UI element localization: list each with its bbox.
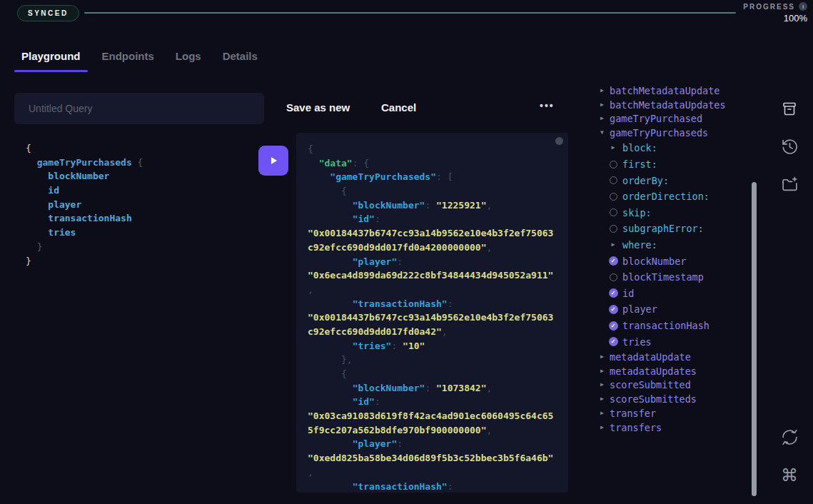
more-options-button[interactable]: ••• (540, 100, 555, 111)
cancel-button[interactable]: Cancel (381, 101, 416, 114)
response-line: "id": (308, 395, 557, 409)
schema-item-first[interactable]: first: (596, 156, 752, 173)
unchecked-circle-icon[interactable] (607, 273, 620, 281)
response-line: , (308, 465, 557, 480)
schema-item-orderBy[interactable]: orderBy: (596, 172, 752, 188)
unchecked-circle-icon[interactable] (607, 193, 620, 201)
schema-item-scoreSubmitteds[interactable]: ▶scoreSubmitteds (596, 392, 752, 406)
schema-item-id[interactable]: ✓id (596, 286, 752, 302)
refresh-button[interactable] (779, 428, 800, 447)
schema-item-skip[interactable]: skip: (596, 205, 752, 221)
chevron-right-icon[interactable]: ▶ (599, 425, 605, 430)
schema-item-orderDirection[interactable]: orderDirection: (596, 188, 752, 205)
side-toolbar-bottom-group: ⌘ (779, 428, 800, 485)
checked-circle-icon[interactable]: ✓ (607, 305, 620, 314)
query-actions: Save as new Cancel ••• (286, 101, 557, 117)
tab-bar: PlaygroundEndpointsLogsDetails (14, 44, 265, 72)
response-line: "0x00184437b6747cc93a14b9562e10e4b3f2ef7… (308, 311, 557, 325)
unchecked-circle-icon[interactable] (607, 176, 620, 184)
schema-item-label: scoreSubmitted (610, 379, 691, 390)
unchecked-circle-icon[interactable] (607, 225, 620, 233)
save-as-new-button[interactable]: Save as new (286, 101, 350, 114)
chevron-right-icon[interactable]: ▶ (599, 368, 605, 374)
schema-item-label: orderDirection: (622, 191, 710, 202)
chevron-right-icon[interactable]: ▶ (607, 145, 620, 151)
schema-item-label: orderBy: (622, 175, 669, 186)
response-line: "0x00184437b6747cc93a14b9562e10e4b3f2ef7… (308, 226, 557, 241)
response-line: { (308, 367, 557, 381)
tab-endpoints[interactable]: Endpoints (95, 44, 161, 72)
side-toolbar: ⌘ (777, 99, 802, 485)
editor-line: transactionHash (26, 211, 254, 226)
response-line: c92efcc690d9dd017fd0a4200000000", (308, 241, 557, 255)
query-response-panel[interactable]: { "data": { "gameTryPurchaseds": [ { "bl… (296, 133, 568, 493)
schema-item-batchMetadataUpdates[interactable]: ▶batchMetadataUpdates (596, 98, 752, 112)
schema-item-gameTryPurchased[interactable]: ▶gameTryPurchased (596, 112, 752, 126)
chevron-right-icon[interactable]: ▶ (599, 396, 605, 402)
schema-item-batchMetadataUpdate[interactable]: ▶batchMetadataUpdate (596, 84, 752, 98)
response-line: "transactionHash": (308, 480, 557, 493)
progress-block: PROGRESS i 100% (743, 2, 807, 24)
unchecked-circle-icon[interactable] (607, 161, 620, 168)
query-history-button[interactable] (779, 137, 800, 156)
editor-line: id (26, 183, 254, 198)
checked-circle-icon[interactable]: ✓ (607, 256, 620, 266)
chevron-right-icon[interactable]: ▶ (599, 88, 605, 94)
response-scrollbar-thumb[interactable] (555, 137, 563, 145)
schema-item-gameTryPurchaseds[interactable]: ▼gameTryPurchaseds (596, 126, 752, 140)
chevron-right-icon[interactable]: ▶ (599, 102, 605, 108)
schema-item-where[interactable]: ▶where: (596, 237, 752, 253)
schema-item-label: tries (622, 336, 652, 348)
synced-status-badge: SYNCED (17, 5, 79, 21)
schema-item-subgraphError[interactable]: subgraphError: (596, 221, 752, 237)
shortcuts-button[interactable]: ⌘ (779, 465, 800, 485)
saved-queries-button[interactable] (779, 99, 800, 119)
checked-circle-icon[interactable]: ✓ (607, 288, 620, 298)
unchecked-circle-icon[interactable] (607, 208, 620, 216)
play-icon (268, 156, 278, 166)
schema-item-transfer[interactable]: ▶transfer (596, 406, 752, 420)
schema-item-blockTimestamp[interactable]: blockTimestamp (596, 269, 752, 286)
info-icon[interactable]: i (799, 2, 807, 11)
checked-circle-icon[interactable]: ✓ (607, 337, 620, 346)
response-line: "transactionHash": (308, 297, 557, 311)
schema-item-tries[interactable]: ✓tries (596, 333, 752, 350)
schema-scrollbar-thumb[interactable] (752, 182, 757, 496)
tab-playground[interactable]: Playground (14, 44, 88, 72)
response-line: , (308, 283, 557, 297)
schema-item-label: batchMetadataUpdates (610, 99, 726, 111)
chevron-down-icon[interactable]: ▼ (599, 130, 605, 136)
checked-circle-icon[interactable]: ✓ (607, 321, 620, 331)
schema-item-metadataUpdate[interactable]: ▶metadataUpdate (596, 350, 752, 364)
chevron-right-icon[interactable]: ▶ (599, 116, 605, 121)
chevron-right-icon[interactable]: ▶ (599, 410, 605, 416)
schema-item-scoreSubmitted[interactable]: ▶scoreSubmitted (596, 378, 752, 393)
run-query-button[interactable] (258, 146, 288, 176)
response-line: 5f9cc207a562b8dfe970bf900000000", (308, 423, 557, 438)
synced-status-label: SYNCED (28, 9, 69, 17)
schema-item-transfers[interactable]: ▶transfers (596, 420, 752, 435)
schema-item-label: transfer (610, 408, 656, 419)
schema-item-label: gameTryPurchaseds (610, 127, 708, 138)
schema-item-transactionHash[interactable]: ✓transactionHash (596, 318, 752, 334)
graphql-query-editor[interactable]: { gameTryPurchaseds { blockNumber id pla… (26, 141, 254, 268)
response-line: "tries": "10" (308, 339, 557, 353)
schema-item-metadataUpdates[interactable]: ▶metadataUpdates (596, 364, 752, 378)
schema-item-label: transfers (610, 422, 662, 433)
query-name-input[interactable] (14, 93, 264, 124)
schema-item-block[interactable]: ▶block: (596, 140, 752, 156)
schema-item-player[interactable]: ✓player (596, 301, 752, 318)
tab-details[interactable]: Details (216, 44, 265, 72)
progress-label: PROGRESS (743, 3, 795, 11)
tab-logs[interactable]: Logs (168, 44, 208, 72)
editor-line: player (26, 198, 254, 212)
new-collection-button[interactable] (779, 175, 800, 194)
chevron-right-icon[interactable]: ▶ (607, 242, 620, 248)
schema-item-label: metadataUpdates (610, 366, 697, 377)
chevron-right-icon[interactable]: ▶ (599, 354, 605, 360)
response-line: "gameTryPurchaseds": [ (308, 170, 557, 184)
schema-item-label: player (622, 303, 657, 315)
response-line: "id": (308, 212, 557, 226)
schema-item-blockNumber[interactable]: ✓blockNumber (596, 253, 752, 269)
chevron-right-icon[interactable]: ▶ (599, 382, 605, 388)
